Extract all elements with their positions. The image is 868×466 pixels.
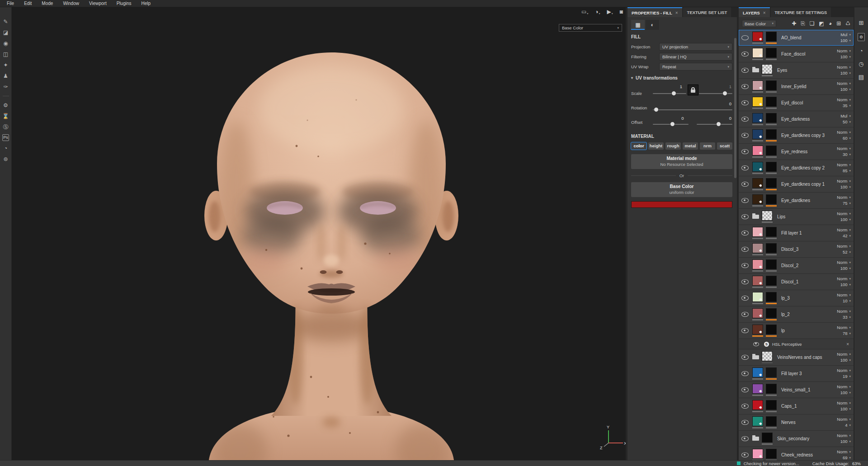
opacity-select[interactable]: 100▾ <box>840 87 851 92</box>
mask-thumbnail-image[interactable] <box>766 80 777 90</box>
visibility-eye-icon[interactable] <box>741 371 749 376</box>
material-settings-icon[interactable]: ◑▾ <box>595 9 600 15</box>
mask-thumbnail-image[interactable] <box>766 367 777 377</box>
mask-thumbnail-image[interactable] <box>766 113 777 123</box>
layer-row[interactable]: Face_discolNorm▾100▾ <box>739 46 854 62</box>
scale-y-slider-knob[interactable] <box>722 91 727 96</box>
display-settings-icon[interactable]: ▭▾ <box>581 9 588 15</box>
menu-window[interactable]: Window <box>58 0 84 7</box>
mask-thumbnail-image[interactable] <box>766 97 777 107</box>
opacity-select[interactable]: 33▾ <box>843 315 851 320</box>
material-mode-button[interactable]: Material mode No Resource Selected <box>631 154 732 169</box>
rotation-value[interactable]: 0 <box>729 101 731 106</box>
blend-mode-select[interactable]: Norm▾ <box>837 163 851 167</box>
visibility-eye-icon[interactable] <box>741 263 749 268</box>
menu-plugins[interactable]: Plugins <box>112 0 137 7</box>
color-thumbnail-image[interactable] <box>752 129 763 139</box>
offset-x-slider[interactable] <box>653 124 689 125</box>
color-thumbnail-image[interactable] <box>752 259 763 269</box>
menu-help[interactable]: Help <box>137 0 156 7</box>
blend-mode-select[interactable]: Norm▾ <box>837 325 851 330</box>
layer-row[interactable]: Discol_2Norm▾100▾ <box>739 258 854 273</box>
scale-x-value[interactable]: 1 <box>680 84 682 89</box>
opacity-select[interactable]: 100▾ <box>840 217 851 222</box>
mask-thumbnail-image[interactable] <box>766 129 777 139</box>
opacity-select[interactable]: 30▾ <box>843 152 851 157</box>
folder-thumbnail-image[interactable] <box>762 211 773 221</box>
opacity-select[interactable]: 78▾ <box>843 331 851 336</box>
color-thumbnail-image[interactable] <box>752 227 763 237</box>
folder-thumbnail-image[interactable] <box>762 351 773 361</box>
visibility-eye-icon[interactable] <box>741 214 749 219</box>
blend-mode-select[interactable]: Norm▾ <box>837 130 851 135</box>
layer-row[interactable]: lp_2Norm▾33▾ <box>739 306 854 322</box>
layer-row[interactable]: lp_3Norm▾10▾ <box>739 290 854 306</box>
blend-mode-select[interactable]: Norm▾ <box>837 277 851 281</box>
visibility-eye-icon[interactable] <box>741 404 749 409</box>
layer-row[interactable]: Veins_small_1Norm▾100▾ <box>739 382 854 398</box>
polygon-fill-tool[interactable]: ◫ <box>2 51 10 58</box>
color-thumbnail-image[interactable] <box>752 308 763 318</box>
properties-scrollbar[interactable] <box>734 38 736 178</box>
opacity-select[interactable]: 4▾ <box>845 423 851 428</box>
offset-x-slider-knob[interactable] <box>670 122 675 127</box>
clone-tool[interactable]: ♟ <box>2 72 10 80</box>
layer-row[interactable]: Eye_dardknes copy 3Norm▾60▾ <box>739 127 854 143</box>
history-icon[interactable]: ◷ <box>859 61 863 67</box>
layer-row[interactable]: VeinsNerves and capsNorm▾100▾ <box>739 349 854 365</box>
layer-row[interactable]: AO_blendMul▾100▾ <box>739 30 854 46</box>
visibility-eye-icon[interactable] <box>741 84 749 89</box>
visibility-eye-icon[interactable] <box>741 100 749 105</box>
opacity-select[interactable]: 100▾ <box>840 71 851 75</box>
opacity-select[interactable]: 100▾ <box>840 407 851 411</box>
opacity-select[interactable]: 100▾ <box>840 55 851 59</box>
opacity-select[interactable]: 100▾ <box>840 358 851 362</box>
resources-icon[interactable]: ◔ <box>2 145 10 152</box>
visibility-eye-icon[interactable] <box>741 133 749 138</box>
preferences-icon[interactable]: ⊚ <box>2 155 10 163</box>
rotation-slider[interactable] <box>653 109 732 110</box>
color-thumbnail-image[interactable] <box>752 367 763 377</box>
filtering-select[interactable]: Bilinear | HQ ▾ <box>659 53 732 61</box>
offset-y-slider[interactable] <box>697 124 732 125</box>
blend-mode-select[interactable]: Norm▾ <box>837 212 851 216</box>
visibility-eye-icon[interactable] <box>741 165 749 170</box>
rotation-slider-knob[interactable] <box>654 107 659 112</box>
screenshot-icon[interactable]: ◙ <box>620 9 623 15</box>
visibility-eye-icon[interactable] <box>741 328 749 333</box>
layer-row[interactable]: Inner_EyelidNorm▾100▾ <box>739 79 854 94</box>
blend-mode-select[interactable]: Norm▾ <box>837 293 851 297</box>
paint-tool[interactable]: ✎ <box>2 18 10 25</box>
material-properties-icon[interactable]: ◐ <box>646 20 659 30</box>
visibility-eye-icon[interactable] <box>741 312 749 317</box>
visibility-eye-icon[interactable] <box>741 52 749 56</box>
blend-mode-select[interactable]: Norm▾ <box>837 81 851 86</box>
add-fill-layer-icon[interactable]: ◩ <box>819 20 824 27</box>
menu-file[interactable]: File <box>2 0 19 7</box>
layer-row[interactable]: Eye_dardknesNorm▾75▾ <box>739 193 854 208</box>
color-thumbnail-image[interactable] <box>752 48 763 58</box>
viewport-3d[interactable]: ▭▾◑▾▶▾◙ Base Color ▾ Y X Z <box>12 7 626 460</box>
close-icon[interactable]: × <box>846 342 849 347</box>
visibility-eye-icon[interactable] <box>741 149 749 154</box>
color-thumbnail-image[interactable] <box>752 400 763 410</box>
blend-mode-select[interactable]: Mul▾ <box>840 114 851 118</box>
opacity-select[interactable]: 100▾ <box>840 38 851 43</box>
color-thumbnail-image[interactable] <box>752 292 763 302</box>
settings-gear[interactable]: ⚙ <box>2 102 10 109</box>
scale-lock-button[interactable] <box>688 85 698 95</box>
blend-mode-select[interactable]: Norm▾ <box>837 352 851 357</box>
viewport-channel-select[interactable]: Base Color ▾ <box>559 24 622 32</box>
blend-mode-select[interactable]: Norm▾ <box>837 244 851 249</box>
add-smart-material-icon[interactable]: ◕ <box>829 20 832 27</box>
channel-metal[interactable]: metal <box>683 142 698 150</box>
offset-y-slider-knob[interactable] <box>716 122 721 127</box>
delete-layer-icon[interactable]: ♺ <box>845 20 850 27</box>
color-thumbnail-image[interactable] <box>752 449 763 459</box>
uv-wrap-select[interactable]: Repeat ▾ <box>659 63 732 71</box>
opacity-select[interactable]: 75▾ <box>843 201 851 206</box>
mask-thumbnail-image[interactable] <box>766 243 777 253</box>
mask-thumbnail-image[interactable] <box>766 259 777 269</box>
layer-row[interactable]: lpNorm▾78▾ <box>739 323 854 339</box>
opacity-select[interactable]: 52▾ <box>843 250 851 254</box>
